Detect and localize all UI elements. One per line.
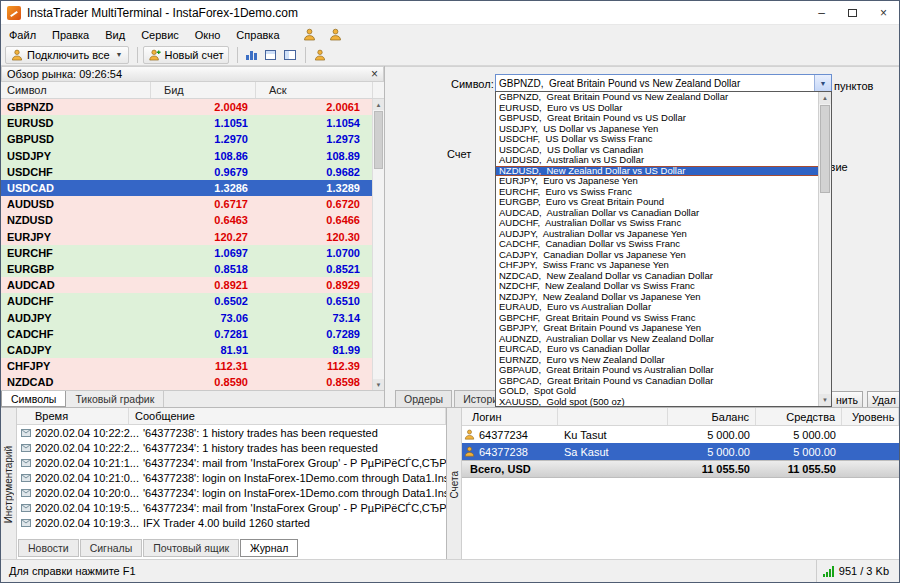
market-watch-scrollbar[interactable]: ▲ ▼ xyxy=(372,99,384,390)
chart-button[interactable] xyxy=(243,46,260,63)
dropdown-item[interactable]: USDCAD, US Dollar vs Canadian xyxy=(496,145,818,156)
market-row[interactable]: EURUSD 1.1051 1.1054 xyxy=(1,115,372,131)
dropdown-item[interactable]: NZDJPY, New Zealand Dollar vs Japanese Y… xyxy=(496,292,818,303)
market-row[interactable]: CADCHF 0.7281 0.7289 xyxy=(1,326,372,342)
market-row[interactable]: AUDJPY 73.06 73.14 xyxy=(1,309,372,325)
vertical-tab-accounts[interactable]: Счета xyxy=(447,408,462,561)
dropdown-item[interactable]: AUDCAD, Australian Dollar vs Canadian Do… xyxy=(496,208,818,219)
scrollbar-thumb[interactable] xyxy=(820,105,830,193)
dropdown-item[interactable]: AUDJPY, Australian Dollar vs Japanese Ye… xyxy=(496,229,818,240)
chevron-down-icon[interactable]: ▼ xyxy=(814,75,831,92)
market-row[interactable]: GBPUSD 1.2970 1.2973 xyxy=(1,131,372,147)
dropdown-item[interactable]: AUDNZD, Australian Dollar vs New Zealand… xyxy=(496,334,818,345)
column-bid[interactable]: Бид xyxy=(151,82,256,98)
journal-tab[interactable]: Журнал xyxy=(240,539,298,557)
market-row[interactable]: USDCHF 0.9679 0.9682 xyxy=(1,164,372,180)
journal-tab[interactable]: Новости xyxy=(18,539,79,557)
scroll-down-icon[interactable]: ▼ xyxy=(819,394,831,406)
new-account-button[interactable]: Новый счет xyxy=(143,46,230,64)
dropdown-item[interactable]: XAUUSD, Gold spot (500 oz) xyxy=(496,397,818,407)
dropdown-item[interactable]: GBPNZD, Great Britain Pound vs New Zeala… xyxy=(496,92,818,103)
scrollbar-thumb[interactable] xyxy=(374,111,383,169)
scroll-up-icon[interactable]: ▲ xyxy=(373,99,384,110)
delete-button-partial[interactable]: Удал xyxy=(867,391,900,408)
column-ask[interactable]: Аск xyxy=(256,82,373,98)
accounts-button[interactable] xyxy=(311,46,328,63)
dropdown-item[interactable]: AUDCHF, Australian Dollar vs Swiss Franc xyxy=(496,218,818,229)
market-row[interactable]: EURJPY 120.27 120.30 xyxy=(1,229,372,245)
column-balance[interactable]: Баланс xyxy=(668,408,756,425)
dropdown-item[interactable]: GBPJPY, Great Britain Pound vs Japanese … xyxy=(496,323,818,334)
menu-item[interactable]: Сервис xyxy=(133,27,187,43)
column-name[interactable] xyxy=(558,408,668,425)
tab-orders[interactable]: Ордеры xyxy=(395,390,452,408)
scroll-down-icon[interactable]: ▼ xyxy=(373,379,384,390)
dropdown-item[interactable]: AUDUSD, Australian vs US Dollar xyxy=(496,155,818,166)
dropdown-item[interactable]: EURJPY, Euro vs Japanese Yen xyxy=(496,176,818,187)
dropdown-item[interactable]: NZDCHF, New Zealand Dollar vs Swiss Fran… xyxy=(496,281,818,292)
market-row[interactable]: AUDCAD 0.8921 0.8929 xyxy=(1,277,372,293)
menu-item[interactable]: Вид xyxy=(97,27,133,43)
market-row[interactable]: GBPNZD 2.0049 2.0061 xyxy=(1,99,372,115)
dropdown-scrollbar[interactable]: ▲ ▼ xyxy=(818,92,831,406)
account-row[interactable]: 64377234 Ku Tasut 5 000.00 5 000.00 xyxy=(462,426,899,443)
menu-item[interactable]: Файл xyxy=(1,27,44,43)
dropdown-item[interactable]: EURAUD, Euro vs Australian Dollar xyxy=(496,302,818,313)
dropdown-item[interactable]: USDCHF, US Dollar vs Swiss Franc xyxy=(496,134,818,145)
user-icon xyxy=(314,49,326,61)
column-level[interactable]: Уровень xyxy=(842,408,899,425)
dropdown-item[interactable]: GBPAUD, Great Britain Pound vs Australia… xyxy=(496,365,818,376)
dropdown-item[interactable]: GBPCAD, Great Britain Pound vs Canadian … xyxy=(496,376,818,387)
market-row[interactable]: CADJPY 81.91 81.99 xyxy=(1,342,372,358)
journal-tab[interactable]: Почтовый ящик xyxy=(143,539,239,557)
tab-symbols[interactable]: Символы xyxy=(1,391,66,407)
account-row[interactable]: 64377238 Sa Kasut 5 000.00 5 000.00 xyxy=(462,443,899,460)
dropdown-item[interactable]: NZDUSD, New Zealand Dollar vs US Dollar xyxy=(496,166,818,177)
panel-layout-button[interactable] xyxy=(281,46,298,63)
column-time[interactable]: Время xyxy=(17,408,129,424)
market-row[interactable]: EURGBP 0.8518 0.8521 xyxy=(1,261,372,277)
menu-item[interactable]: Правка xyxy=(44,27,97,43)
column-equity[interactable]: Средства xyxy=(756,408,842,425)
market-row[interactable]: USDJPY 108.86 108.89 xyxy=(1,148,372,164)
dropdown-item[interactable]: EURCAD, Euro vs Canadian Dollar xyxy=(496,344,818,355)
dropdown-item[interactable]: GBPUSD, Great Britain Pound vs US Dollar xyxy=(496,113,818,124)
dropdown-item[interactable]: CHFJPY, Swiss Franc vs Japanese Yen xyxy=(496,260,818,271)
close-button[interactable]: × xyxy=(868,1,899,25)
maximize-icon xyxy=(848,9,857,17)
market-row[interactable]: NZDCAD 0.8590 0.8598 xyxy=(1,374,372,390)
menu-item[interactable]: Окно xyxy=(187,27,229,43)
dropdown-item[interactable]: EURUSD, Euro vs US Dollar xyxy=(496,103,818,114)
maximize-button[interactable] xyxy=(837,1,868,25)
column-login[interactable]: Логин xyxy=(462,408,558,425)
market-row[interactable]: EURCHF 1.0697 1.0700 xyxy=(1,245,372,261)
market-row[interactable]: CHFJPY 112.31 112.39 xyxy=(1,358,372,374)
scroll-up-icon[interactable]: ▲ xyxy=(819,92,831,104)
connect-all-button[interactable]: Подключить все ▼ xyxy=(5,46,129,64)
dropdown-item[interactable]: GBPCHF, Great Britain Pound vs Swiss Fra… xyxy=(496,313,818,324)
market-row[interactable]: NZDUSD 0.6463 0.6466 xyxy=(1,212,372,228)
vertical-tab-toolbox[interactable]: Инструментарий xyxy=(1,408,17,561)
market-row[interactable]: AUDCHF 0.6502 0.6510 xyxy=(1,293,372,309)
dropdown-item[interactable]: NZDCAD, New Zealand Dollar vs Canadian D… xyxy=(496,271,818,282)
tile-windows-button[interactable] xyxy=(262,46,279,63)
journal-tab[interactable]: Сигналы xyxy=(80,539,143,557)
minimize-button[interactable]: – xyxy=(806,1,837,25)
dropdown-item[interactable]: CADJPY, Canadian Dollar vs Japanese Yen xyxy=(496,250,818,261)
dropdown-item[interactable]: EURNZD, Euro vs New Zealand Dollar xyxy=(496,355,818,366)
remember-button-partial[interactable]: нить xyxy=(831,391,863,408)
dropdown-item[interactable]: EURGBP, Euro vs Great Britain Pound xyxy=(496,197,818,208)
close-icon[interactable]: × xyxy=(371,69,378,79)
dropdown-item[interactable]: CADCHF, Canadian Dollar vs Swiss Franc xyxy=(496,239,818,250)
menu-item[interactable]: Справка xyxy=(228,27,287,43)
column-message[interactable]: Сообщение xyxy=(129,408,446,424)
dropdown-item[interactable]: GOLD, Spot Gold xyxy=(496,386,818,397)
market-row[interactable]: USDCAD 1.3286 1.3289 xyxy=(1,180,372,196)
dropdown-item[interactable]: EURCHF, Euro vs Swiss Franc xyxy=(496,187,818,198)
column-symbol[interactable]: Символ xyxy=(1,82,151,98)
user-icon[interactable] xyxy=(328,27,344,42)
market-row[interactable]: AUDUSD 0.6717 0.6720 xyxy=(1,196,372,212)
user-icon[interactable] xyxy=(302,27,318,42)
tab-tick-chart[interactable]: Тиковый график xyxy=(66,391,164,407)
dropdown-item[interactable]: USDJPY, US Dollar vs Japanese Yen xyxy=(496,124,818,135)
